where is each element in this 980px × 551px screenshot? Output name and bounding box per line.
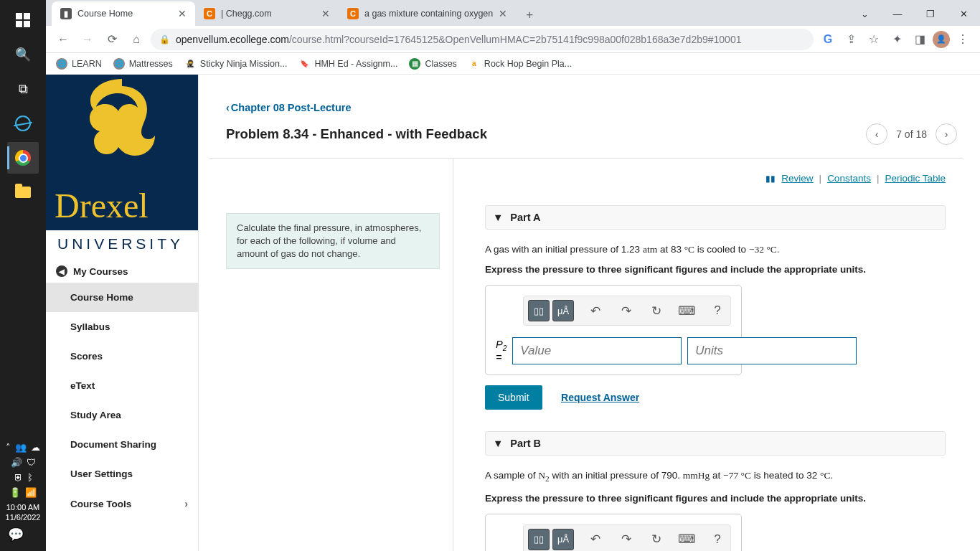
battery-icon[interactable]: 🔋 [9, 487, 21, 498]
dragon-icon [79, 79, 165, 172]
bookmark-mattresses[interactable]: 🌐Mattresses [113, 58, 173, 70]
close-icon[interactable]: ✕ [499, 8, 507, 19]
nav-back-button[interactable]: ← [53, 29, 73, 50]
tab-search[interactable]: C a gas mixture containing oxygen ✕ [339, 1, 516, 26]
url-domain: openvellum.ecollege.com [176, 34, 289, 45]
volume-icon[interactable]: 🔊 [11, 457, 22, 468]
nav-forward-button[interactable]: → [77, 29, 98, 50]
my-courses-link[interactable]: ◀ My Courses [46, 260, 198, 283]
reset-button[interactable]: ↻ [648, 302, 665, 319]
clock-time[interactable]: 10:00 AM [0, 502, 46, 512]
close-icon[interactable]: ✕ [321, 8, 330, 19]
undo-button[interactable]: ↶ [587, 531, 604, 548]
help-button[interactable]: ? [709, 302, 726, 319]
new-tab-button[interactable]: + [519, 4, 540, 26]
bookmark-label: Mattresses [129, 59, 173, 69]
shield-icon[interactable]: ⛨ [14, 472, 23, 483]
undo-button[interactable]: ↶ [587, 302, 604, 319]
nav-course-home[interactable]: Course Home [46, 283, 198, 312]
templates-button[interactable]: ▯▯ [528, 529, 550, 550]
ie-icon[interactable] [7, 108, 39, 139]
tray-chevron-icon[interactable]: ˄ [6, 442, 11, 453]
reset-button[interactable]: ↻ [648, 531, 665, 548]
constants-link[interactable]: Constants [827, 173, 871, 184]
review-link[interactable]: Review [781, 173, 813, 184]
part-a-header[interactable]: ▼ Part A [485, 205, 946, 230]
bookmark-label: HMH Ed - Assignm... [314, 59, 397, 69]
part-b-instruction: Express the pressure to three significan… [485, 493, 946, 514]
bookmark-classes[interactable]: ▦Classes [409, 58, 456, 70]
tab-title: a gas mixture containing oxygen [364, 9, 493, 19]
variable-label: P2 = [496, 339, 507, 364]
nav-syllabus[interactable]: Syllabus [46, 312, 198, 342]
onedrive-icon[interactable]: ☁ [31, 442, 40, 453]
address-bar[interactable]: 🔒 openvellum.ecollege.com/course.html?co… [151, 29, 814, 50]
system-tray[interactable]: ˄ 👥 ☁ 🔊 🛡 ⛨ ᛒ 🔋 📶 [0, 439, 46, 502]
bookmark-ninja[interactable]: 🥷Sticky Ninja Mission... [184, 58, 288, 70]
explorer-icon[interactable] [7, 176, 39, 208]
bookmark-star-icon[interactable]: ☆ [864, 29, 884, 50]
share-icon[interactable]: ⇪ [841, 29, 861, 50]
nav-study-area[interactable]: Study Area [46, 400, 198, 430]
start-button[interactable] [7, 4, 39, 36]
keyboard-button[interactable]: ⌨ [679, 302, 696, 319]
answer-toolbar: ▯▯ μÅ ↶ ↷ ↻ ⌨ ? [523, 524, 731, 551]
pager-next-button[interactable]: › [936, 123, 957, 145]
nav-home-button[interactable]: ⌂ [126, 29, 146, 50]
globe-icon: 🌐 [56, 58, 67, 70]
course-sidebar: Drexel UNIVERSITY ◀ My Courses Course Ho… [46, 75, 199, 551]
value-input[interactable] [512, 337, 682, 364]
menu-icon[interactable]: ⋮ [953, 29, 973, 50]
bluetooth-icon[interactable]: ᛒ [27, 472, 33, 483]
google-services-icon[interactable]: G [818, 29, 838, 50]
keyboard-button[interactable]: ⌨ [679, 531, 696, 548]
nav-reload-button[interactable]: ⟳ [102, 29, 122, 50]
notifications-icon[interactable]: 💬 [0, 524, 32, 545]
wifi-icon[interactable]: 📶 [25, 487, 37, 498]
nav-user-settings[interactable]: User Settings [46, 459, 198, 489]
chapter-back-link[interactable]: ‹ Chapter 08 Post-Lecture [209, 82, 351, 119]
tab-course-home[interactable]: ▮ Course Home ✕ [52, 1, 195, 26]
nav-scores[interactable]: Scores [46, 342, 198, 371]
clock-date[interactable]: 11/6/2022 [0, 512, 46, 522]
close-icon[interactable]: ✕ [178, 8, 187, 19]
chapter-link-label: Chapter 08 Post-Lecture [231, 102, 352, 113]
nav-etext[interactable]: eText [46, 371, 198, 400]
task-view-icon[interactable]: ⧉ [7, 73, 39, 105]
url-path: /course.html?courseId=17645125&OpenVellu… [289, 34, 742, 45]
special-chars-button[interactable]: μÅ [552, 300, 574, 321]
submit-button[interactable]: Submit [485, 385, 542, 410]
sidepanel-icon[interactable]: ◨ [910, 29, 930, 50]
tab-dropdown-icon[interactable]: ⌄ [848, 1, 881, 26]
redo-button[interactable]: ↷ [618, 302, 635, 319]
search-icon[interactable]: 🔍 [7, 39, 39, 70]
extensions-icon[interactable]: ✦ [887, 29, 907, 50]
pager-prev-button[interactable]: ‹ [866, 123, 887, 145]
window-close-button[interactable]: ✕ [947, 1, 980, 26]
bookmark-label: Rock Hop Begin Pla... [484, 59, 572, 69]
nav-document-sharing[interactable]: Document Sharing [46, 430, 198, 459]
browser-window: ▮ Course Home ✕ C | Chegg.com ✕ C a gas … [46, 0, 980, 551]
profile-avatar[interactable]: 👤 [933, 31, 950, 48]
chrome-icon[interactable] [7, 142, 39, 174]
window-minimize-button[interactable]: ― [881, 1, 914, 26]
special-chars-button[interactable]: μÅ [552, 529, 574, 550]
tab-chegg[interactable]: C | Chegg.com ✕ [195, 1, 339, 26]
window-maximize-button[interactable]: ❐ [914, 1, 947, 26]
request-answer-link[interactable]: Request Answer [561, 392, 639, 403]
bookmark-rockhop[interactable]: aRock Hop Begin Pla... [468, 58, 572, 70]
part-a-body: A gas with an initial pressure of 1.23 a… [485, 230, 946, 431]
security-icon[interactable]: 🛡 [27, 457, 36, 468]
part-b-header[interactable]: ▼ Part B [485, 431, 946, 456]
lock-icon: 🔒 [159, 34, 170, 44]
teams-icon[interactable]: 👥 [15, 442, 27, 453]
redo-button[interactable]: ↷ [618, 531, 635, 548]
instruction-column: Calculate the final pressure, in atmosph… [209, 159, 453, 551]
templates-button[interactable]: ▯▯ [528, 300, 550, 321]
units-input[interactable] [687, 337, 857, 364]
periodic-table-link[interactable]: Periodic Table [885, 173, 946, 184]
nav-course-tools[interactable]: Course Tools› [46, 489, 198, 519]
bookmark-learn[interactable]: 🌐LEARN [56, 58, 102, 70]
bookmark-hmh[interactable]: 🔖HMH Ed - Assignm... [298, 58, 397, 70]
help-button[interactable]: ? [709, 531, 726, 548]
